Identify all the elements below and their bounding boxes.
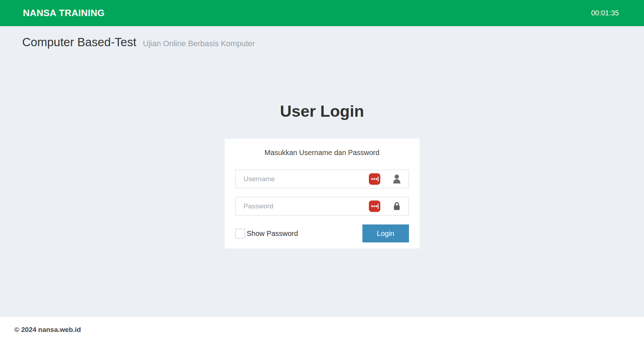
- main-content: Computer Based-Test Ujian Online Berbasi…: [0, 26, 644, 317]
- username-input[interactable]: [235, 170, 409, 188]
- password-field-wrap: [235, 197, 409, 216]
- username-field-wrap: [235, 170, 409, 188]
- login-instruction: Masukkan Username dan Password: [235, 149, 409, 157]
- login-heading: User Login: [0, 102, 644, 121]
- top-navbar: NANSA TRAINING 00:01:35: [0, 0, 644, 26]
- countdown-timer: 00:01:35: [591, 9, 619, 17]
- page-title: Computer Based-Test: [22, 35, 136, 49]
- copyright-text: © 2024 nansa.web.id: [14, 326, 81, 334]
- password-input[interactable]: [235, 197, 409, 216]
- main-footer: © 2024 nansa.web.id: [0, 317, 644, 343]
- password-manager-autofill-icon[interactable]: [369, 201, 380, 212]
- show-password-toggle[interactable]: Show Password: [235, 229, 298, 238]
- password-manager-autofill-icon[interactable]: [369, 173, 380, 185]
- brand-title: NANSA TRAINING: [23, 8, 105, 19]
- content-header: Computer Based-Test Ujian Online Berbasi…: [0, 26, 644, 49]
- login-actions-row: Show Password Login: [235, 224, 409, 243]
- login-card: Masukkan Username dan Password: [225, 139, 420, 248]
- show-password-label[interactable]: Show Password: [247, 230, 298, 238]
- show-password-checkbox[interactable]: [235, 229, 245, 238]
- page-subtitle: Ujian Online Berbasis Komputer: [143, 39, 255, 48]
- user-icon: [392, 174, 401, 184]
- login-button[interactable]: Login: [362, 224, 409, 242]
- lock-icon: [392, 201, 401, 212]
